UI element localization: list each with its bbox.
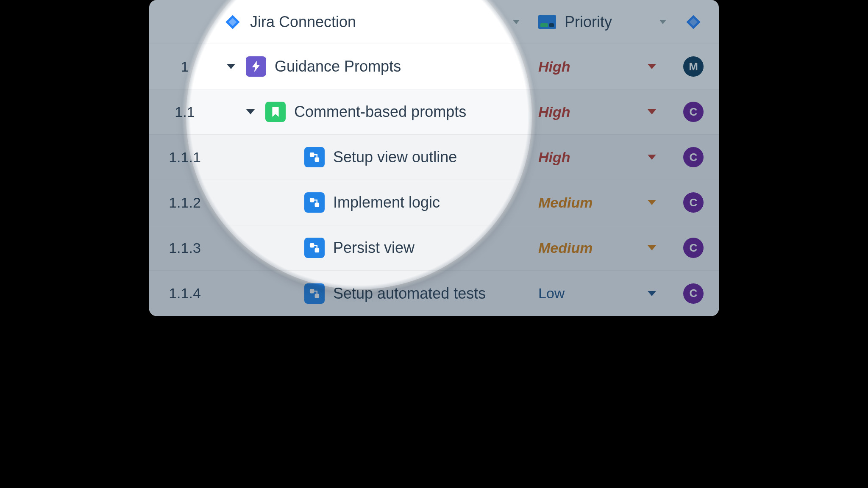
task-icon: [304, 192, 325, 213]
expand-toggle[interactable]: [244, 109, 257, 114]
row-title-cell[interactable]: Setup view outline: [220, 147, 531, 167]
row-number: 1.1.1: [149, 149, 220, 166]
avatar: C: [683, 102, 704, 122]
svg-rect-9: [310, 289, 314, 293]
task-icon: [304, 283, 325, 304]
column-header-priority[interactable]: Priority: [531, 13, 668, 31]
epic-icon: [246, 56, 266, 77]
table-row[interactable]: 1Guidance PromptsHighM: [149, 44, 719, 89]
svg-rect-7: [310, 244, 314, 247]
row-title-cell[interactable]: Implement logic: [220, 192, 531, 213]
chevron-down-icon[interactable]: [659, 20, 666, 24]
priority-label: High: [538, 149, 570, 166]
row-title-cell[interactable]: Setup automated tests: [220, 283, 531, 304]
assignee-cell[interactable]: C: [668, 238, 719, 258]
expand-toggle[interactable]: [225, 64, 237, 69]
svg-rect-1: [540, 23, 548, 27]
task-icon: [304, 147, 325, 167]
priority-cell[interactable]: High: [531, 58, 668, 75]
table-row[interactable]: 1.1.2Implement logicMediumC: [149, 180, 719, 225]
table-body: 1Guidance PromptsHighM1.1Comment-based p…: [149, 44, 719, 316]
column-header-jira[interactable]: [668, 14, 719, 30]
avatar: C: [683, 147, 704, 167]
story-icon: [265, 102, 286, 122]
chevron-down-icon: [648, 64, 656, 69]
table-row[interactable]: 1.1.4Setup automated testsLowC: [149, 271, 719, 316]
chevron-down-icon: [648, 109, 656, 114]
row-title: Implement logic: [333, 194, 440, 211]
assignee-cell[interactable]: C: [668, 147, 719, 167]
priority-label: Medium: [538, 194, 593, 211]
row-title: Setup view outline: [333, 148, 457, 166]
svg-rect-3: [310, 153, 314, 157]
svg-rect-10: [315, 294, 319, 298]
svg-rect-4: [315, 158, 319, 161]
row-number: 1.1.2: [149, 194, 220, 211]
assignee-cell[interactable]: C: [668, 102, 719, 122]
row-number: 1: [149, 58, 220, 75]
priority-label: Medium: [538, 240, 593, 256]
table-row[interactable]: 1.1Comment-based promptsHighC: [149, 89, 719, 135]
column-header-priority-label: Priority: [565, 13, 612, 31]
svg-rect-6: [315, 203, 319, 207]
avatar: C: [683, 283, 704, 304]
column-header-name[interactable]: Jira Connection: [149, 13, 531, 31]
avatar: C: [683, 238, 704, 258]
table-row[interactable]: 1.1.1Setup view outlineHighC: [149, 135, 719, 180]
svg-rect-5: [310, 198, 314, 202]
avatar: C: [683, 192, 704, 213]
priority-cell[interactable]: Medium: [531, 194, 668, 211]
row-title: Setup automated tests: [333, 285, 486, 302]
priority-label: High: [538, 104, 570, 120]
table-row[interactable]: 1.1.3Persist viewMediumC: [149, 225, 719, 271]
assignee-cell[interactable]: C: [668, 283, 719, 304]
chevron-down-icon: [227, 64, 235, 69]
jira-icon: [225, 14, 241, 30]
table-card: Jira Connection Priority 1Guidance Promp…: [149, 0, 719, 316]
chevron-down-icon: [246, 109, 255, 114]
priority-label: Low: [538, 285, 565, 302]
chevron-down-icon: [648, 200, 656, 205]
chevron-down-icon: [648, 155, 656, 160]
row-number: 1.1.4: [149, 285, 220, 302]
avatar: M: [683, 56, 704, 77]
task-icon: [304, 238, 325, 258]
svg-rect-2: [549, 23, 554, 27]
svg-rect-8: [315, 248, 319, 252]
chevron-down-icon: [648, 291, 656, 296]
assignee-cell[interactable]: M: [668, 56, 719, 77]
priority-cell[interactable]: Low: [531, 285, 668, 302]
table-header: Jira Connection Priority: [149, 0, 719, 44]
chevron-down-icon[interactable]: [513, 20, 520, 24]
priority-label: High: [538, 58, 570, 75]
priority-column-icon: [538, 15, 556, 29]
assignee-cell[interactable]: C: [668, 192, 719, 213]
jira-icon: [685, 14, 701, 30]
row-title-cell[interactable]: Comment-based prompts: [220, 102, 531, 122]
chevron-down-icon: [648, 245, 656, 250]
row-title: Comment-based prompts: [294, 103, 466, 121]
priority-cell[interactable]: Medium: [531, 240, 668, 256]
column-header-name-label: Jira Connection: [250, 13, 356, 31]
row-number: 1.1: [149, 104, 220, 120]
row-title: Persist view: [333, 239, 415, 257]
row-title: Guidance Prompts: [275, 58, 401, 75]
priority-cell[interactable]: High: [531, 104, 668, 120]
row-title-cell[interactable]: Persist view: [220, 238, 531, 258]
row-number: 1.1.3: [149, 240, 220, 256]
row-title-cell[interactable]: Guidance Prompts: [220, 56, 531, 77]
priority-cell[interactable]: High: [531, 149, 668, 166]
